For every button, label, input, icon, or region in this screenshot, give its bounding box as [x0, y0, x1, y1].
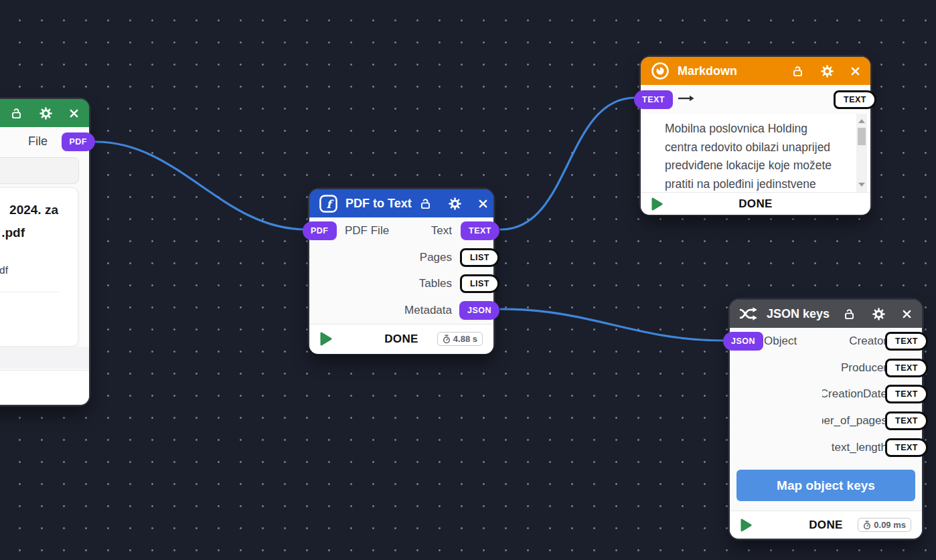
- status-text: DONE: [384, 333, 418, 346]
- tables-output-label: Tables: [419, 277, 452, 290]
- json-object-input-port[interactable]: JSON: [723, 332, 763, 351]
- markdown-line: predviđene lokacije koje možete: [665, 157, 830, 175]
- pdf-to-text-header[interactable]: f PDF to Text: [309, 189, 493, 217]
- status-text: DONE: [809, 519, 843, 532]
- creationdate-output-port[interactable]: TEXT: [885, 385, 928, 403]
- creator-output-label: Creator: [849, 335, 887, 348]
- markdown-header[interactable]: Markdown: [641, 57, 870, 85]
- file-name-line-1: 2024. za: [9, 203, 58, 217]
- play-button[interactable]: [651, 197, 663, 211]
- flow-canvas[interactable]: { "canvas": { "background_color": "#1b1f…: [0, 0, 936, 560]
- port-row-pages: Pages LIST: [309, 244, 493, 271]
- lock-open-icon[interactable]: [843, 308, 856, 320]
- pdf-to-text-node[interactable]: f PDF to Text: [309, 189, 493, 353]
- markdown-line: pratiti na poleđini jedinstvene: [665, 175, 830, 193]
- gear-icon[interactable]: [39, 106, 53, 120]
- producer-output-label: Producer: [841, 361, 887, 375]
- function-icon: f: [319, 194, 338, 213]
- node-title: PDF to Text: [345, 197, 412, 211]
- markdown-text-output-port[interactable]: TEXT: [834, 90, 876, 109]
- scroll-thumb[interactable]: [858, 128, 866, 145]
- file-node-footer: [0, 370, 89, 405]
- lock-open-icon[interactable]: [419, 197, 432, 210]
- tables-output-port[interactable]: LIST: [460, 274, 499, 293]
- number-of-pages-output-label: number_of_pages: [822, 414, 887, 428]
- markdown-text-input-port[interactable]: TEXT: [634, 90, 673, 109]
- file-output-row: File PDF: [0, 132, 89, 151]
- pdf-input-port[interactable]: PDF: [303, 221, 337, 240]
- file-panel-strip: [0, 347, 89, 369]
- gear-icon[interactable]: [872, 307, 886, 321]
- arrow-right-icon: [678, 94, 694, 106]
- scrollbar[interactable]: [856, 114, 867, 192]
- markdown-node[interactable]: Markdown: [641, 57, 870, 214]
- svg-text:f: f: [326, 197, 333, 210]
- stopwatch-icon: [443, 335, 451, 344]
- json-keys-node[interactable]: JSON keys: [730, 300, 922, 539]
- scroll-down-arrow[interactable]: [858, 183, 865, 187]
- port-row-number-of-pages: number_of_pages TEXT: [730, 407, 922, 434]
- port-row-pdf-text: PDF PDF File Text TEXT: [309, 217, 493, 244]
- markdown-preview[interactable]: Mobilna poslovnica Holding centra redovi…: [641, 114, 870, 192]
- map-object-keys-button[interactable]: Map object keys: [736, 470, 915, 501]
- eye-icon: [650, 61, 670, 81]
- node-title: JSON keys: [767, 307, 830, 321]
- file-name-line-2: .pdf: [1, 225, 25, 240]
- json-keys-footer: DONE 0.09 ms: [730, 510, 922, 539]
- close-icon[interactable]: [902, 309, 912, 319]
- file-input-box[interactable]: [0, 157, 79, 184]
- play-button[interactable]: [320, 332, 332, 346]
- pages-output-label: Pages: [420, 251, 452, 264]
- port-row-producer: Producer TEXT: [730, 355, 922, 381]
- markdown-port-row: TEXT TEXT: [641, 85, 870, 114]
- pdf-to-text-footer: DONE 4.88 s: [309, 324, 493, 354]
- close-icon[interactable]: [69, 108, 79, 118]
- pages-output-port[interactable]: LIST: [460, 248, 499, 267]
- metadata-output-label: Metadata: [404, 304, 452, 317]
- text-output-label: Text: [431, 224, 452, 238]
- close-icon[interactable]: [478, 199, 488, 209]
- port-row-metadata: Metadata JSON: [309, 297, 493, 324]
- elapsed-text: 0.09 ms: [874, 520, 906, 530]
- markdown-line: Mobilna poslovnica Holding: [665, 120, 830, 138]
- port-row-creationdate: CreationDate TEXT: [730, 381, 922, 407]
- elapsed-badge: 0.09 ms: [858, 518, 911, 532]
- edge-pdftext-to-jsonkeys[interactable]: [501, 309, 725, 341]
- node-title: Markdown: [678, 64, 737, 78]
- metadata-output-port[interactable]: JSON: [459, 301, 499, 320]
- edge-pdftext-to-markdown[interactable]: [501, 98, 635, 229]
- status-text: DONE: [738, 197, 773, 211]
- scroll-up-arrow[interactable]: [858, 119, 865, 123]
- producer-output-port[interactable]: TEXT: [885, 359, 928, 377]
- elapsed-text: 4.88 s: [453, 334, 477, 344]
- file-pdf-output-port[interactable]: PDF: [62, 132, 96, 151]
- port-row-object-creator: JSON Object Creator TEXT: [730, 328, 922, 355]
- close-icon[interactable]: [850, 66, 860, 76]
- object-input-label: Object: [764, 335, 797, 348]
- file-input-node[interactable]: File PDF 2024. za .pdf df: [0, 99, 89, 405]
- text-length-output-label: text_length: [832, 441, 887, 454]
- lock-open-icon[interactable]: [10, 107, 23, 120]
- text-length-output-port[interactable]: TEXT: [885, 438, 928, 457]
- lock-open-icon[interactable]: [791, 65, 804, 78]
- gear-icon[interactable]: [820, 64, 834, 78]
- card-divider: [0, 292, 60, 292]
- port-row-text-length: text_length TEXT: [730, 434, 922, 461]
- stopwatch-icon: [863, 521, 871, 530]
- play-button[interactable]: [740, 519, 752, 532]
- port-row-tables: Tables LIST: [309, 270, 493, 297]
- pdf-input-label: PDF File: [345, 224, 389, 238]
- text-output-port[interactable]: TEXT: [461, 221, 499, 240]
- elapsed-badge: 4.88 s: [437, 332, 483, 346]
- creationdate-output-label: CreationDate: [822, 387, 887, 401]
- file-output-label: File: [28, 134, 48, 149]
- gear-icon[interactable]: [448, 197, 462, 211]
- edge-file-to-pdftext[interactable]: [96, 142, 306, 229]
- file-preview-card: 2024. za .pdf df: [0, 187, 78, 347]
- file-subtext: df: [0, 264, 8, 276]
- creator-output-port[interactable]: TEXT: [885, 332, 928, 351]
- markdown-line: centra redovito obilazi unaprijed: [665, 138, 830, 157]
- number-of-pages-output-port[interactable]: TEXT: [885, 411, 928, 430]
- json-keys-header[interactable]: JSON keys: [730, 300, 922, 328]
- file-node-header[interactable]: [0, 99, 89, 127]
